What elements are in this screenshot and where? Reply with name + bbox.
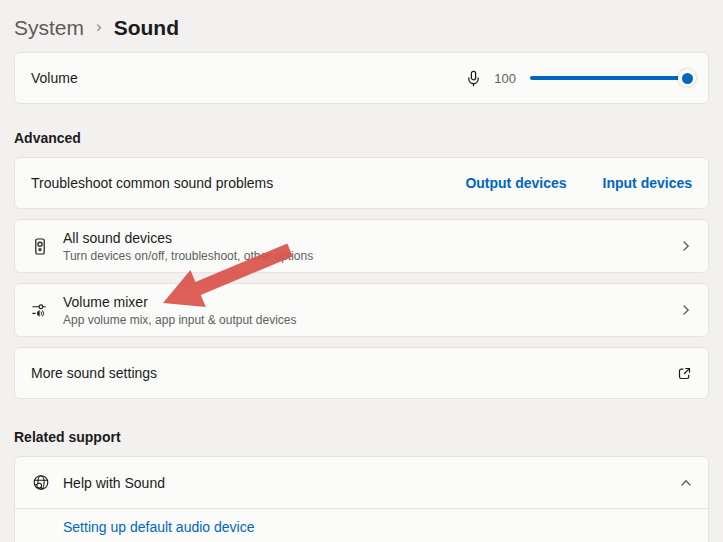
volume-mixer-icon xyxy=(31,301,49,320)
volume-slider[interactable] xyxy=(530,69,692,87)
volume-mixer-title: Volume mixer xyxy=(63,294,680,310)
volume-row: Volume 100 xyxy=(14,52,709,104)
breadcrumb-system[interactable]: System xyxy=(14,16,84,40)
external-link-icon xyxy=(677,366,692,381)
sound-settings-page: System › Sound Volume 100 Advanced Troub… xyxy=(0,0,723,542)
volume-mixer-row[interactable]: Volume mixer App volume mix, app input &… xyxy=(14,283,709,337)
volume-value: 100 xyxy=(494,71,516,86)
section-header-advanced: Advanced xyxy=(14,130,709,146)
volume-slider-thumb[interactable] xyxy=(678,69,696,87)
input-devices-link[interactable]: Input devices xyxy=(603,175,692,191)
help-with-sound-card: Help with Sound Setting up default audio… xyxy=(14,456,709,542)
speaker-device-icon xyxy=(31,237,49,256)
all-sound-devices-subtitle: Turn devices on/off, troubleshoot, other… xyxy=(63,249,680,263)
section-header-related-support: Related support xyxy=(14,429,709,445)
help-with-sound-title: Help with Sound xyxy=(63,475,165,491)
breadcrumb: System › Sound xyxy=(14,10,709,46)
troubleshoot-label: Troubleshoot common sound problems xyxy=(31,175,273,191)
help-with-sound-expanded-content: Setting up default audio device xyxy=(15,508,708,542)
troubleshoot-row: Troubleshoot common sound problems Outpu… xyxy=(14,157,709,209)
help-article-link[interactable]: Setting up default audio device xyxy=(63,519,254,535)
chevron-right-icon xyxy=(680,304,692,316)
output-devices-link[interactable]: Output devices xyxy=(465,175,566,191)
microphone-icon xyxy=(465,70,482,87)
volume-mixer-subtitle: App volume mix, app input & output devic… xyxy=(63,313,680,327)
help-with-sound-row[interactable]: Help with Sound xyxy=(15,457,708,508)
more-sound-settings-row[interactable]: More sound settings xyxy=(14,347,709,399)
breadcrumb-separator-icon: › xyxy=(96,17,102,37)
more-sound-settings-label: More sound settings xyxy=(31,365,157,381)
chevron-right-icon xyxy=(680,240,692,252)
all-sound-devices-row[interactable]: All sound devices Turn devices on/off, t… xyxy=(14,219,709,273)
chevron-up-icon xyxy=(680,477,692,489)
volume-label: Volume xyxy=(31,70,78,86)
volume-slider-track[interactable] xyxy=(530,76,692,80)
page-title: Sound xyxy=(114,16,179,40)
web-search-globe-icon xyxy=(31,473,51,493)
all-sound-devices-title: All sound devices xyxy=(63,230,680,246)
